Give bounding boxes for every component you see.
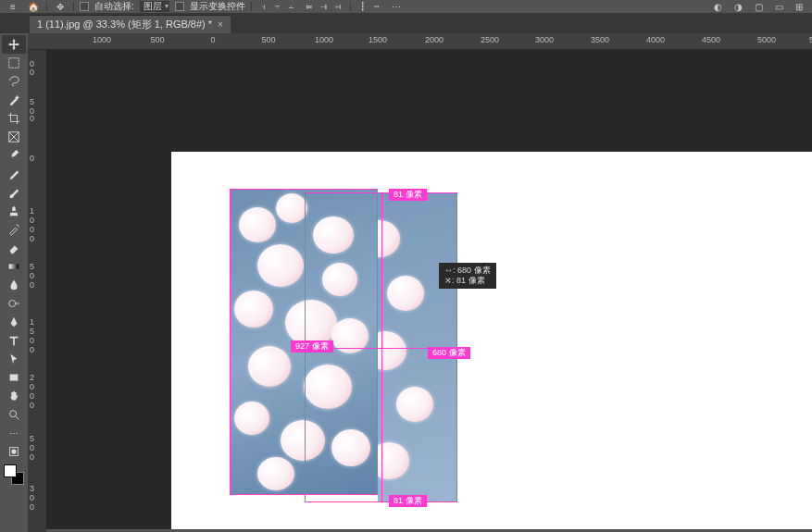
ruler-tick: 0 (30, 391, 34, 401)
3d-mode-icon[interactable]: ◐ (710, 0, 725, 13)
ruler-tick: 5 (30, 434, 34, 443)
distribute-h-icon[interactable]: ┇ (356, 1, 369, 12)
ruler-tick: 3000 (535, 35, 554, 44)
smart-guide-top: 81 像素 (389, 189, 427, 201)
transform-tooltip: ↔: 680 像素 ⤨: 81 像素 (439, 263, 496, 289)
smart-guide-bottom: 81 像素 (389, 495, 427, 507)
dodge-tool[interactable] (2, 294, 26, 313)
svg-rect-4 (10, 375, 19, 381)
svg-point-7 (11, 449, 16, 453)
lasso-tool[interactable] (2, 72, 26, 91)
horizontal-ruler: 1000500050010001500200025003000350040004… (46, 33, 812, 50)
ruler-tick: 0 (210, 35, 215, 44)
separator (350, 2, 351, 11)
vertical-ruler-ticks: 000500100050015002000500300 (28, 50, 46, 532)
ruler-tick: 0 (30, 280, 34, 290)
main-area: ⋯ 000500100050015002000500300 1000500050… (0, 33, 812, 532)
clone-stamp-tool[interactable] (2, 202, 26, 220)
frame-tool[interactable] (2, 128, 26, 146)
align-left-icon[interactable]: ⫞ (257, 1, 270, 12)
document-tab-title: 1 (11).jpg @ 33.3% (矩形 1, RGB/8#) * (37, 18, 212, 31)
brush-tool[interactable] (2, 183, 26, 202)
history-brush-tool[interactable] (2, 220, 26, 239)
ruler-tick: 0 (30, 234, 34, 243)
foreground-color[interactable] (4, 464, 17, 477)
ruler-tick: 0 (30, 336, 34, 345)
document-tab-strip: 1 (11).jpg @ 33.3% (矩形 1, RGB/8#) * × (0, 13, 812, 33)
pen-tool[interactable] (2, 313, 26, 331)
home-icon[interactable]: 🏠 (26, 0, 41, 13)
move-tool[interactable] (2, 35, 26, 54)
align-center-h-icon[interactable]: ⫟ (271, 1, 284, 12)
svg-point-5 (10, 411, 17, 417)
ruler-tick: 5 (30, 262, 34, 271)
canvas-area[interactable]: 81 像素 927 像素 680 像素 81 像素 ↔: 680 像素 ⤨: 8… (46, 50, 812, 532)
blur-tool[interactable] (2, 276, 26, 294)
ruler-tick: 0 (30, 68, 34, 77)
ruler-tick: 3 (30, 484, 34, 493)
ruler-tick: 500 (150, 35, 164, 44)
ruler-tick: 0 (30, 382, 34, 391)
mask-mode-icon[interactable]: ◑ (731, 0, 745, 13)
path-select-tool[interactable] (2, 350, 26, 368)
smart-guide-height: 927 像素 (291, 340, 333, 353)
quick-mask-toggle[interactable] (2, 442, 26, 461)
ruler-tick: 1500 (369, 35, 387, 44)
layer-dropdown[interactable]: 图层 (140, 1, 169, 12)
ruler-tick: 0 (30, 493, 34, 502)
ruler-tick: 2 (30, 373, 34, 382)
eraser-tool[interactable] (2, 239, 26, 257)
type-tool[interactable] (2, 331, 26, 350)
close-icon[interactable]: × (218, 19, 223, 30)
ruler-corner (28, 33, 46, 50)
align-top-icon[interactable]: ⫢ (304, 1, 317, 12)
color-swatch[interactable] (4, 464, 24, 485)
viewport: 1000500050010001500200025003000350040004… (46, 33, 812, 532)
ruler-tick: 4000 (646, 35, 665, 44)
magic-wand-tool[interactable] (2, 91, 26, 109)
ruler-tick: 0 (30, 154, 34, 163)
show-transform-checkbox[interactable] (175, 2, 184, 11)
edit-toolbar[interactable]: ⋯ (2, 424, 26, 442)
ruler-tick: 4500 (702, 35, 720, 44)
ruler-tick: 1 (30, 206, 34, 216)
ruler-tick: 0 (30, 225, 34, 234)
distribute-buttons: ┇ ┅ (356, 1, 383, 12)
healing-brush-tool[interactable] (2, 165, 26, 183)
svg-rect-0 (9, 58, 19, 68)
options-bar: ≡ 🏠 ✥ 自动选择: 图层 显示变换控件 ⫞ ⫟ ⫠ ⫢ ⫣ ⫤ ┇ ┅ ⋯ … (0, 0, 812, 13)
crop-tool[interactable] (2, 109, 26, 128)
eyedropper-tool[interactable] (2, 146, 26, 165)
separator (73, 2, 74, 11)
ruler-tick: 2000 (425, 35, 443, 44)
auto-select-checkbox[interactable] (80, 2, 89, 11)
show-transform-label: 显示变换控件 (190, 0, 245, 13)
tool-palette: ⋯ (0, 33, 28, 532)
ps-menu-icon[interactable]: ≡ (6, 0, 20, 13)
ruler-tick: 0 (30, 216, 34, 225)
zoom-tool[interactable] (2, 405, 26, 424)
ruler-tick: 3500 (591, 35, 609, 44)
rectangle-tool[interactable] (2, 368, 26, 387)
align-middle-icon[interactable]: ⫣ (318, 1, 331, 12)
hand-tool[interactable] (2, 387, 26, 405)
more-icon[interactable]: ⋯ (389, 0, 404, 13)
marquee-tool[interactable] (2, 54, 26, 72)
ruler-tick: 0 (30, 345, 34, 354)
ruler-tick: 2500 (481, 35, 499, 44)
quick-mask-icon[interactable]: ▢ (751, 0, 766, 13)
ruler-tick: 1000 (315, 35, 333, 44)
align-right-icon[interactable]: ⫠ (285, 1, 298, 12)
gradient-tool[interactable] (2, 257, 26, 276)
align-bottom-icon[interactable]: ⫤ (331, 1, 344, 12)
distribute-v-icon[interactable]: ┅ (370, 1, 383, 12)
smart-guide-width: 680 像素 (428, 347, 470, 359)
screen-mode-icon[interactable]: ▭ (771, 0, 786, 13)
vertical-ruler: 000500100050015002000500300 (28, 33, 46, 532)
align-buttons: ⫞ ⫟ ⫠ (257, 1, 298, 12)
move-tool-icon[interactable]: ✥ (53, 0, 68, 13)
separator (46, 2, 47, 11)
extra-icon[interactable]: ⊞ (792, 0, 806, 13)
ruler-tick: 0 (30, 401, 34, 410)
document-tab[interactable]: 1 (11).jpg @ 33.3% (矩形 1, RGB/8#) * × (30, 15, 231, 33)
